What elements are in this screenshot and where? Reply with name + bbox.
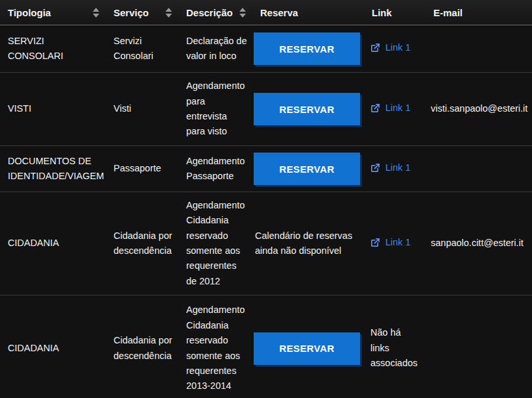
column-header-email: E-mail [427, 7, 532, 18]
table-row: VISTI Visti Agendamento para entrevista … [0, 73, 532, 146]
cell-tipologia: VISTI [0, 101, 107, 116]
external-link-icon [370, 238, 380, 247]
cell-tipologia: DOCUMENTOS DE IDENTIDADE/VIAGEM [0, 154, 107, 184]
cell-link: Link 1 [365, 235, 427, 253]
cell-descricao: Agendamento para entrevista para visto [180, 79, 254, 140]
column-header-reserva: Reserva [254, 7, 365, 18]
cell-tipologia: CIDADANIA [0, 236, 107, 251]
external-link[interactable]: Link 1 [370, 235, 411, 250]
cell-email: sanpaolo.citt@esteri.it [427, 236, 532, 251]
cell-descricao: Agendamento Cidadania reservado somente … [180, 198, 254, 290]
cell-tipologia: CIDADANIA [0, 341, 107, 356]
external-link[interactable]: Link 1 [370, 101, 411, 116]
column-header-link: Link [365, 7, 427, 18]
cell-link: Link 1 [365, 160, 427, 178]
cell-servico: Visti [107, 101, 180, 116]
cell-tipologia: SERVIZI CONSOLARI [0, 34, 107, 64]
link-label: Link 1 [385, 101, 411, 116]
table-header-row: Tipologia Serviço Descrição Reserva Link… [0, 0, 532, 25]
sort-icon[interactable] [93, 8, 99, 18]
column-label: Descrição [186, 7, 233, 18]
cell-reserva: RESERVAR [254, 153, 365, 185]
column-label: E-mail [433, 7, 463, 18]
cell-reserva: RESERVAR [254, 332, 365, 365]
reservar-button[interactable]: RESERVAR [254, 32, 360, 65]
column-header-servico[interactable]: Serviço [107, 7, 180, 18]
cell-reserva: RESERVAR [254, 32, 365, 65]
cell-servico: Passaporte [107, 161, 180, 176]
external-link-icon [370, 103, 380, 113]
external-link[interactable]: Link 1 [370, 40, 411, 55]
cell-reserva: Calendário de reservas ainda não disponí… [254, 229, 365, 259]
cell-link: Não há links associados [365, 325, 427, 371]
table-body: SERVIZI CONSOLARI Servizi Consolari Decl… [0, 25, 532, 398]
table-row: CIDADANIA Cidadania por descendência Age… [0, 192, 532, 295]
no-links-text: Não há links associados [370, 325, 420, 371]
cell-email: visti.sanpaolo@esteri.it [427, 101, 532, 116]
cell-servico: Cidadania por descendência [107, 229, 180, 259]
column-header-tipologia[interactable]: Tipologia [0, 7, 107, 18]
cell-descricao: Agendamento Passaporte [180, 154, 254, 184]
reservar-button[interactable]: RESERVAR [254, 332, 360, 365]
link-label: Link 1 [385, 235, 411, 250]
external-link-icon [370, 163, 380, 173]
reserva-status-text: Calendário de reservas ainda não disponí… [254, 229, 365, 259]
cell-servico: Servizi Consolari [107, 34, 180, 64]
column-header-descricao[interactable]: Descrição [180, 7, 254, 18]
cell-descricao: Declaração de valor in loco [180, 34, 254, 64]
external-link[interactable]: Link 1 [370, 160, 411, 175]
table-row: DOCUMENTOS DE IDENTIDADE/VIAGEM Passapor… [0, 146, 532, 192]
column-label: Reserva [260, 7, 298, 18]
cell-servico: Cidadania por descendência [107, 333, 180, 364]
link-label: Link 1 [385, 40, 411, 55]
link-label: Link 1 [385, 160, 411, 175]
column-label: Link [372, 7, 392, 18]
sort-icon[interactable] [239, 8, 246, 18]
external-link-icon [370, 43, 380, 53]
reservar-button[interactable]: RESERVAR [254, 153, 360, 185]
column-label: Tipologia [8, 7, 51, 18]
table-row: CIDADANIA Cidadania por descendência Age… [0, 295, 532, 398]
services-table: Tipologia Serviço Descrição Reserva Link… [0, 0, 532, 398]
cell-link: Link 1 [365, 40, 427, 58]
cell-link: Link 1 [365, 101, 427, 118]
cell-reserva: RESERVAR [254, 93, 365, 125]
cell-descricao: Agendamento Cidadania reservado somente … [180, 303, 254, 394]
sort-icon[interactable] [165, 8, 172, 18]
reservar-button[interactable]: RESERVAR [254, 93, 360, 125]
column-label: Serviço [114, 7, 149, 18]
table-row: SERVIZI CONSOLARI Servizi Consolari Decl… [0, 25, 532, 73]
